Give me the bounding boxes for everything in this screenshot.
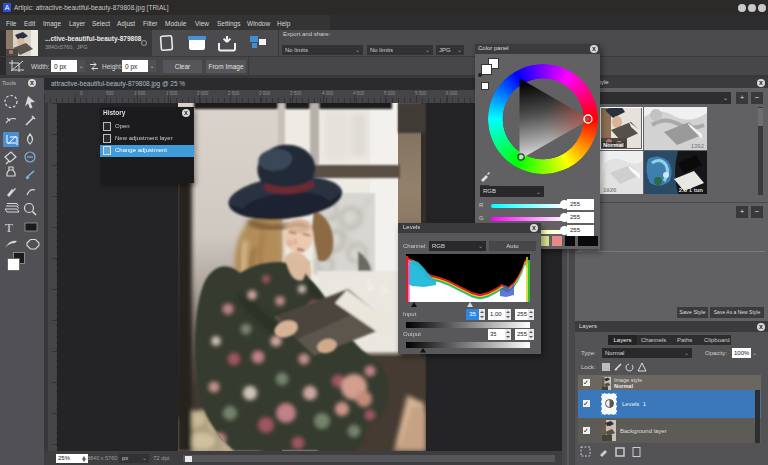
svg-text:T: T <box>5 220 13 235</box>
